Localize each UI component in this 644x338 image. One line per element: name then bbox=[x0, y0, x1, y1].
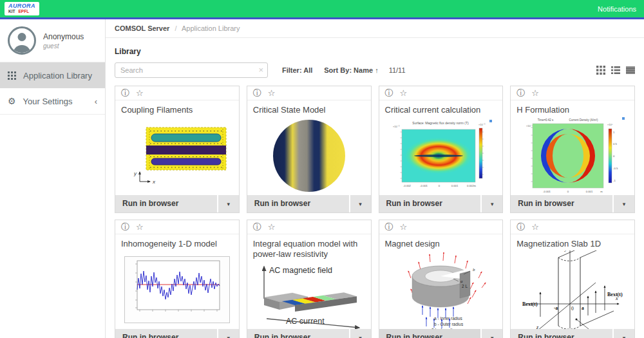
info-icon[interactable]: ⓘ bbox=[516, 223, 525, 231]
card-title: Coupling Filaments bbox=[115, 100, 239, 117]
card-thumbnail: b a 2 L a - Inner radius b - Outer radiu… bbox=[379, 250, 503, 329]
info-icon[interactable]: ⓘ bbox=[385, 89, 393, 97]
star-icon[interactable]: ☆ bbox=[136, 89, 144, 97]
cb-tick: -0.5 bbox=[613, 167, 618, 170]
chevron-left-icon[interactable]: ‹ bbox=[95, 97, 97, 106]
x-tick: -0.002 bbox=[403, 184, 412, 187]
run-options-dropdown[interactable]: ▾ bbox=[350, 195, 371, 212]
run-in-browser-button[interactable]: Run in browser bbox=[511, 195, 612, 212]
card-thumbnail bbox=[247, 117, 371, 195]
exp-right: ×10⁻³ bbox=[478, 123, 486, 126]
run-options-dropdown[interactable]: ▾ bbox=[218, 195, 239, 212]
breadcrumb-separator: / bbox=[175, 24, 176, 32]
card-title: Integral equation model with power-law r… bbox=[247, 234, 371, 261]
run-options-dropdown[interactable]: ▾ bbox=[218, 329, 239, 338]
card-thumbnail: Time=0.42 s Current Density (A/m²) ×10⁻⁴ bbox=[511, 117, 634, 195]
card-title: H Formulation bbox=[511, 100, 634, 117]
grid-view-icon[interactable] bbox=[596, 66, 605, 75]
page-title: Library bbox=[115, 47, 635, 56]
run-options-dropdown[interactable]: ▾ bbox=[482, 329, 502, 338]
field-label: AC magnetic field bbox=[269, 266, 332, 275]
run-in-browser-button[interactable]: Run in browser bbox=[115, 195, 217, 212]
clear-search-icon[interactable]: × bbox=[258, 66, 263, 74]
avatar-person-icon bbox=[18, 33, 26, 41]
info-icon[interactable]: ⓘ bbox=[385, 223, 393, 231]
run-options-dropdown[interactable]: ▾ bbox=[614, 195, 634, 212]
star-icon[interactable]: ☆ bbox=[531, 223, 539, 231]
sidebar-item-application-library[interactable]: Application Library bbox=[0, 62, 105, 88]
sidebar-item-label: Your Settings bbox=[23, 97, 73, 106]
star-icon[interactable]: ☆ bbox=[136, 223, 144, 231]
x-tick: -0.001 bbox=[420, 184, 428, 187]
user-name: Anonymous bbox=[43, 32, 84, 41]
run-in-browser-button[interactable]: Run in browser bbox=[247, 329, 349, 338]
app-card-integral-equation-model: ⓘ ☆ Integral equation model with power-l… bbox=[247, 220, 372, 338]
run-in-browser-button[interactable]: Run in browser bbox=[115, 329, 217, 338]
sidebar-item-your-settings[interactable]: ⚙ Your Settings ‹ bbox=[0, 88, 105, 115]
card-thumbnail: y x z -a 0 a Bext(t) Bext(t) HTS slab bbox=[511, 250, 634, 329]
info-icon[interactable]: ⓘ bbox=[253, 223, 261, 231]
run-in-browser-button[interactable]: Run in browser bbox=[379, 195, 481, 212]
app-card-coupling-filaments: ⓘ ☆ Coupling Filaments bbox=[115, 86, 240, 213]
user-box: Anonymous guest bbox=[0, 19, 105, 62]
star-icon[interactable]: ☆ bbox=[400, 89, 408, 97]
run-options-dropdown[interactable]: ▾ bbox=[482, 195, 502, 212]
app-card-critical-state-model: ⓘ ☆ Critical State Model bbox=[247, 86, 372, 213]
info-icon[interactable]: ⓘ bbox=[121, 223, 129, 231]
run-in-browser-button[interactable]: Run in browser bbox=[511, 329, 612, 338]
star-icon[interactable]: ☆ bbox=[400, 223, 408, 231]
app-card-magnetization-slab-1d: ⓘ ☆ Magnetization Slab 1D bbox=[510, 220, 635, 338]
star-icon[interactable]: ☆ bbox=[531, 89, 539, 97]
app-card-inhomogeneity-1d-model: ⓘ ☆ Inhomogeneity 1-D model bbox=[115, 220, 240, 338]
gear-icon: ⚙ bbox=[8, 97, 16, 106]
breadcrumb: COMSOL Server / Application Library bbox=[106, 19, 644, 38]
card-footer: Run in browser ▾ bbox=[247, 195, 371, 212]
card-title: Magnetization Slab 1D bbox=[511, 234, 634, 250]
run-in-browser-button[interactable]: Run in browser bbox=[379, 329, 481, 338]
search-input[interactable] bbox=[115, 62, 268, 78]
x-tick: 0 bbox=[439, 184, 440, 187]
notifications-link[interactable]: Notifications bbox=[598, 5, 636, 13]
app-card-magnet-design: ⓘ ☆ Magnet design bbox=[379, 220, 504, 338]
user-role: guest bbox=[43, 42, 84, 50]
minus-a-label: -a bbox=[554, 305, 558, 311]
sort-control[interactable]: Sort By: Name ↑ bbox=[324, 66, 378, 74]
time-label: Time=0.42 s bbox=[538, 118, 554, 122]
run-options-dropdown[interactable]: ▾ bbox=[614, 329, 634, 338]
info-icon[interactable]: ⓘ bbox=[516, 89, 525, 97]
result-count: 11/11 bbox=[389, 66, 406, 74]
card-thumbnail: AC magnetic field AC current bbox=[247, 261, 371, 330]
star-icon[interactable]: ☆ bbox=[268, 223, 276, 231]
b-label: b bbox=[473, 267, 475, 272]
filter-control[interactable]: Filter: All bbox=[282, 66, 312, 74]
card-footer: Run in browser ▾ bbox=[247, 329, 371, 338]
app-card-h-formulation: ⓘ ☆ H Formulation bbox=[510, 86, 635, 213]
sidebar: Anonymous guest Application Library ⚙ Yo… bbox=[0, 19, 106, 338]
x-tick: -0.001 bbox=[543, 190, 551, 193]
card-title: Inhomogeneity 1-D model bbox=[115, 234, 239, 250]
card-footer: Run in browser ▾ bbox=[511, 329, 634, 338]
aurora-logo: AURORA KIT EPFL bbox=[5, 2, 39, 15]
logo-kit: KIT bbox=[8, 10, 15, 14]
card-title: Critical current calculation bbox=[379, 100, 503, 117]
x-tick: 0.001 bbox=[586, 190, 593, 193]
x-tick: 0.002m bbox=[467, 184, 476, 187]
run-in-browser-button[interactable]: Run in browser bbox=[247, 195, 349, 212]
list-view-icon[interactable] bbox=[611, 66, 620, 75]
axis-y-label: y bbox=[133, 171, 137, 176]
breadcrumb-root[interactable]: COMSOL Server bbox=[115, 24, 169, 32]
compact-view-icon[interactable] bbox=[626, 66, 635, 75]
card-title: Critical State Model bbox=[247, 100, 371, 117]
run-options-dropdown[interactable]: ▾ bbox=[350, 329, 371, 338]
card-title: Magnet design bbox=[379, 234, 503, 250]
info-icon[interactable]: ⓘ bbox=[253, 89, 261, 97]
b-ext-left-label: Bext(t) bbox=[522, 301, 538, 307]
card-thumbnail: y x bbox=[115, 117, 239, 195]
exp-left: ×10⁻⁴ bbox=[526, 124, 533, 127]
legend-line: a - Inner radius bbox=[434, 316, 462, 321]
top-bar: AURORA KIT EPFL Notifications bbox=[0, 0, 644, 17]
info-icon[interactable]: ⓘ bbox=[121, 89, 129, 97]
card-footer: Run in browser ▾ bbox=[379, 329, 503, 338]
cb-tick: 1 bbox=[613, 131, 615, 134]
star-icon[interactable]: ☆ bbox=[268, 89, 276, 97]
